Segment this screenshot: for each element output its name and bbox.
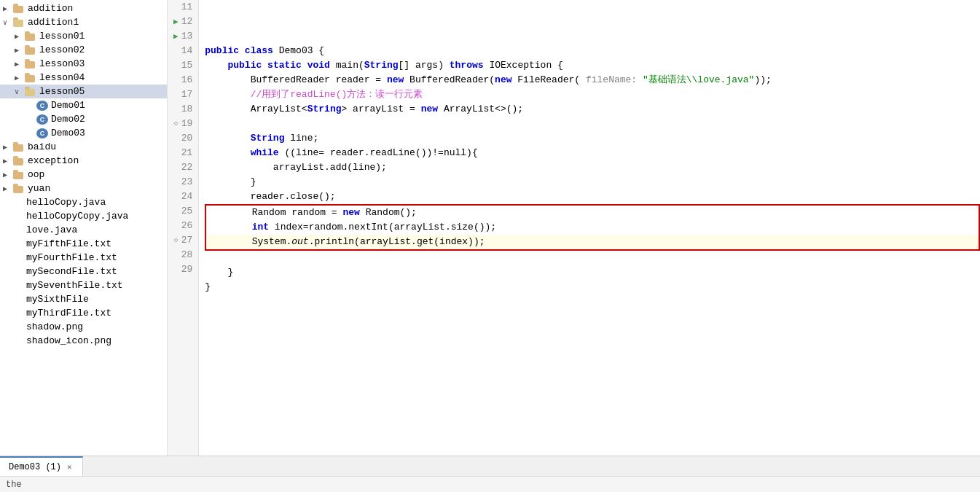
line-num-label: 22 bbox=[181, 160, 193, 175]
line-number-26: 26 bbox=[173, 219, 192, 233]
code-container: 11▶12▶131415161718◇1920212223242526◇2728… bbox=[168, 0, 980, 456]
code-line-22[interactable]: reader.close(); bbox=[205, 190, 980, 204]
code-line-17[interactable] bbox=[205, 117, 980, 131]
sidebar-item-myThirdFile[interactable]: myThirdFile.txt bbox=[0, 306, 167, 320]
code-line-23[interactable]: Random random = new Random(); bbox=[206, 206, 979, 220]
sidebar-item-helloCopyCopy[interactable]: helloCopyCopy.java bbox=[0, 209, 167, 223]
sidebar-item-addition[interactable]: ▶addition bbox=[0, 1, 167, 15]
code-line-27[interactable]: } bbox=[205, 265, 980, 280]
code-line-14[interactable]: BufferedReader reader = new BufferedRead… bbox=[205, 73, 980, 87]
sidebar-item-label: myFourthFile.txt bbox=[26, 252, 117, 263]
code-text: System.out.println(arrayList.get(index))… bbox=[206, 235, 485, 249]
folder-icon bbox=[25, 31, 36, 41]
code-line-12[interactable]: public class Demo03 { bbox=[205, 44, 980, 58]
tab-bar: Demo03 (1) ✕ bbox=[0, 456, 980, 476]
tab-close-button[interactable]: ✕ bbox=[66, 461, 74, 472]
code-text: while ((line= reader.readLine())!=null){ bbox=[205, 146, 477, 160]
sidebar-item-label: mySecondFile.txt bbox=[26, 266, 117, 277]
sidebar-item-Demo03[interactable]: CDemo03 bbox=[0, 126, 167, 140]
code-text: //用到了readLine()方法：读一行元素 bbox=[205, 87, 423, 102]
code-line-19[interactable]: while ((line= reader.readLine())!=null){ bbox=[205, 146, 980, 160]
sidebar-item-love[interactable]: love.java bbox=[0, 223, 167, 237]
sidebar-item-baidu[interactable]: ▶baidu bbox=[0, 140, 167, 154]
line-numbers: 11▶12▶131415161718◇1920212223242526◇2728… bbox=[168, 0, 199, 456]
code-line-26[interactable] bbox=[205, 251, 980, 265]
line-number-27: ◇27 bbox=[173, 233, 192, 248]
line-number-21: 21 bbox=[173, 146, 192, 160]
arrow-icon: ▶ bbox=[3, 184, 13, 193]
sidebar-item-oop[interactable]: ▶oop bbox=[0, 168, 167, 181]
line-number-18: 18 bbox=[173, 102, 192, 117]
sidebar-item-lesson05[interactable]: ∨lesson05 bbox=[0, 85, 167, 98]
sidebar-item-lesson02[interactable]: ▶lesson02 bbox=[0, 43, 167, 57]
code-line-29[interactable] bbox=[205, 294, 980, 309]
code-line-25[interactable]: System.out.println(arrayList.get(index))… bbox=[206, 235, 979, 249]
sidebar-item-yuan[interactable]: ▶yuan bbox=[0, 181, 167, 195]
code-text bbox=[205, 294, 211, 309]
folder-icon bbox=[13, 156, 25, 165]
folder-icon bbox=[13, 4, 25, 13]
line-number-16: 16 bbox=[173, 73, 192, 87]
line-num-label: 11 bbox=[181, 0, 193, 15]
line-num-label: 28 bbox=[181, 248, 193, 262]
sidebar-item-label: lesson01 bbox=[39, 31, 85, 42]
line-num-label: 29 bbox=[181, 262, 193, 277]
arrow-icon: ∨ bbox=[3, 18, 13, 27]
sidebar-item-exception[interactable]: ▶exception bbox=[0, 154, 167, 168]
code-line-20[interactable]: arrayList.add(line); bbox=[205, 160, 980, 175]
code-line-15[interactable]: //用到了readLine()方法：读一行元素 bbox=[205, 87, 980, 102]
arrow-icon: ▶ bbox=[15, 32, 25, 41]
line-number-12: ▶12 bbox=[173, 15, 192, 29]
sidebar-item-helloCopy[interactable]: helloCopy.java bbox=[0, 195, 167, 209]
sidebar-item-label: lesson04 bbox=[39, 72, 85, 83]
sidebar-item-shadow_png[interactable]: shadow.png bbox=[0, 320, 167, 334]
line-number-29: 29 bbox=[173, 262, 192, 277]
line-num-label: 20 bbox=[181, 131, 193, 146]
arrow-icon: ▶ bbox=[15, 60, 25, 69]
arrow-icon: ▶ bbox=[3, 157, 13, 165]
line-number-20: 20 bbox=[173, 131, 192, 146]
sidebar-item-label: love.java bbox=[26, 224, 77, 235]
sidebar-item-lesson04[interactable]: ▶lesson04 bbox=[0, 71, 167, 85]
sidebar-item-label: baidu bbox=[28, 141, 56, 152]
line-number-23: 23 bbox=[173, 175, 192, 190]
code-line-28[interactable]: } bbox=[205, 280, 980, 294]
status-text: the bbox=[6, 480, 22, 490]
sidebar-item-mySixthFile[interactable]: mySixthFile bbox=[0, 292, 167, 306]
line-num-label: 17 bbox=[181, 87, 193, 102]
sidebar-item-label: helloCopyCopy.java bbox=[26, 211, 128, 222]
tab-label: Demo03 (1) bbox=[9, 462, 61, 472]
code-line-21[interactable]: } bbox=[205, 175, 980, 190]
code-line-16[interactable]: ArrayList<String> arrayList = new ArrayL… bbox=[205, 102, 980, 117]
arrow-icon: ▶ bbox=[3, 4, 13, 13]
sidebar-item-lesson03[interactable]: ▶lesson03 bbox=[0, 57, 167, 71]
line-number-14: 14 bbox=[173, 44, 192, 58]
sidebar-item-label: oop bbox=[28, 169, 44, 180]
code-line-13[interactable]: public static void main(String[] args) t… bbox=[205, 58, 980, 73]
line-number-11: 11 bbox=[173, 0, 192, 15]
code-line-11[interactable] bbox=[205, 29, 980, 44]
code-lines[interactable]: public class Demo03 { public static void… bbox=[199, 0, 980, 456]
red-box-region: Random random = new Random(); int index=… bbox=[205, 204, 980, 251]
sidebar-item-label: Demo02 bbox=[51, 114, 85, 125]
line-number-22: 22 bbox=[173, 160, 192, 175]
code-line-18[interactable]: String line; bbox=[205, 131, 980, 146]
line-number-28: 28 bbox=[173, 248, 192, 262]
sidebar-item-Demo01[interactable]: CDemo01 bbox=[0, 98, 167, 112]
sidebar-item-addition1[interactable]: ∨addition1 bbox=[0, 15, 167, 29]
sidebar-item-mySecondFile[interactable]: mySecondFile.txt bbox=[0, 265, 167, 278]
folder-icon bbox=[13, 142, 25, 152]
sidebar-item-mySeventhFile[interactable]: mySeventhFile.txt bbox=[0, 278, 167, 292]
folder-icon bbox=[13, 17, 25, 27]
sidebar-item-myFourthFile[interactable]: myFourthFile.txt bbox=[0, 251, 167, 265]
line-number-15: 15 bbox=[173, 58, 192, 73]
sidebar-item-myFifthFile[interactable]: myFifthFile.txt bbox=[0, 237, 167, 251]
code-line-24[interactable]: int index=random.nextInt(arrayList.size(… bbox=[206, 220, 979, 235]
breakpoint-icon: ▶ bbox=[173, 29, 179, 44]
line-num-label: 23 bbox=[181, 175, 193, 190]
tab-demo03[interactable]: Demo03 (1) ✕ bbox=[0, 456, 83, 476]
sidebar-item-Demo02[interactable]: CDemo02 bbox=[0, 112, 167, 126]
sidebar-item-shadow_icon_png[interactable]: shadow_icon.png bbox=[0, 334, 167, 348]
arrow-icon: ▶ bbox=[15, 46, 25, 55]
sidebar-item-lesson01[interactable]: ▶lesson01 bbox=[0, 29, 167, 43]
